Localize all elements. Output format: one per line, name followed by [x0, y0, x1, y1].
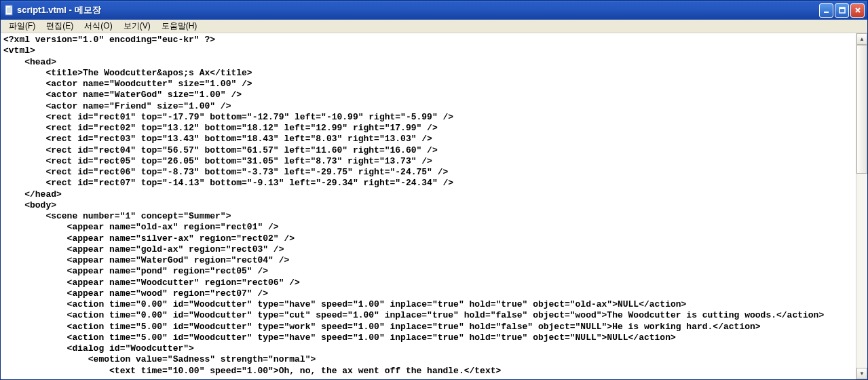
scroll-down-button[interactable]: ▼	[856, 368, 867, 379]
menu-format[interactable]: 서식(O)	[79, 19, 117, 33]
menubar: 파일(F) 편집(E) 서식(O) 보기(V) 도움말(H)	[1, 20, 867, 33]
menu-file[interactable]: 파일(F)	[3, 19, 41, 33]
scroll-thumb[interactable]	[856, 45, 867, 174]
content-area: <?xml version="1.0" encoding="euc-kr" ?>…	[1, 33, 867, 379]
chevron-down-icon: ▼	[859, 370, 865, 377]
maximize-button[interactable]	[835, 3, 849, 18]
scroll-track[interactable]	[856, 45, 867, 368]
titlebar[interactable]: script1.vtml - 메모장	[1, 1, 867, 20]
menu-view[interactable]: 보기(V)	[118, 19, 156, 33]
window-controls	[819, 3, 865, 18]
notepad-window: script1.vtml - 메모장 파일(F) 편집(E) 서식(O) 보기(…	[0, 0, 868, 380]
close-button[interactable]	[850, 3, 865, 18]
scroll-up-button[interactable]: ▲	[856, 33, 867, 45]
vertical-scrollbar: ▲ ▼	[856, 33, 867, 379]
text-editor[interactable]: <?xml version="1.0" encoding="euc-kr" ?>…	[1, 33, 856, 379]
menu-help[interactable]: 도움말(H)	[156, 19, 203, 33]
window-title: script1.vtml - 메모장	[17, 4, 819, 16]
app-icon	[3, 5, 14, 16]
svg-rect-7	[839, 7, 845, 9]
menu-edit[interactable]: 편집(E)	[41, 19, 79, 33]
minimize-button[interactable]	[819, 3, 833, 18]
chevron-up-icon: ▲	[859, 36, 865, 42]
svg-rect-5	[824, 12, 829, 13]
